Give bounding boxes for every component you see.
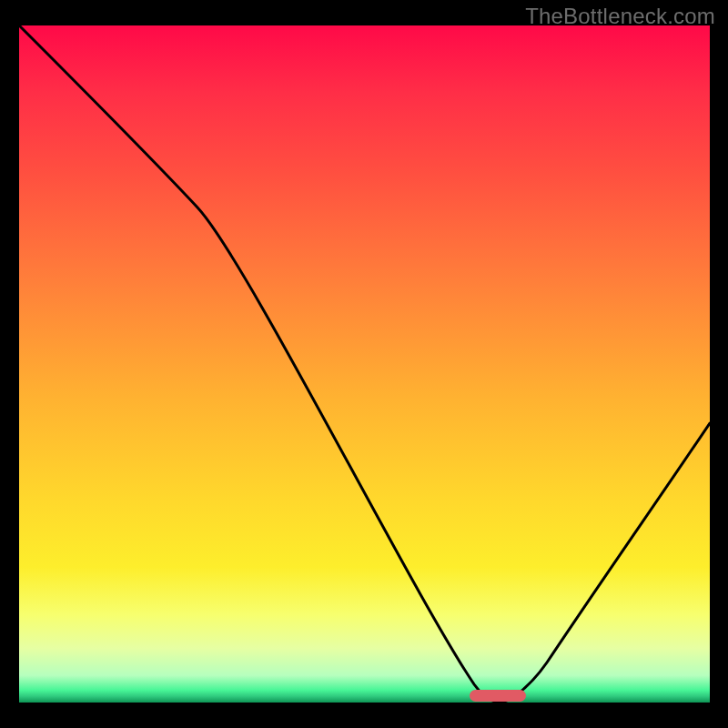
watermark-text: TheBottleneck.com bbox=[525, 4, 715, 29]
bottleneck-curve-path bbox=[19, 25, 710, 703]
chart-frame: TheBottleneck.com bbox=[0, 0, 728, 728]
bottleneck-curve-svg bbox=[19, 25, 710, 703]
optimal-zone-marker bbox=[470, 690, 526, 702]
